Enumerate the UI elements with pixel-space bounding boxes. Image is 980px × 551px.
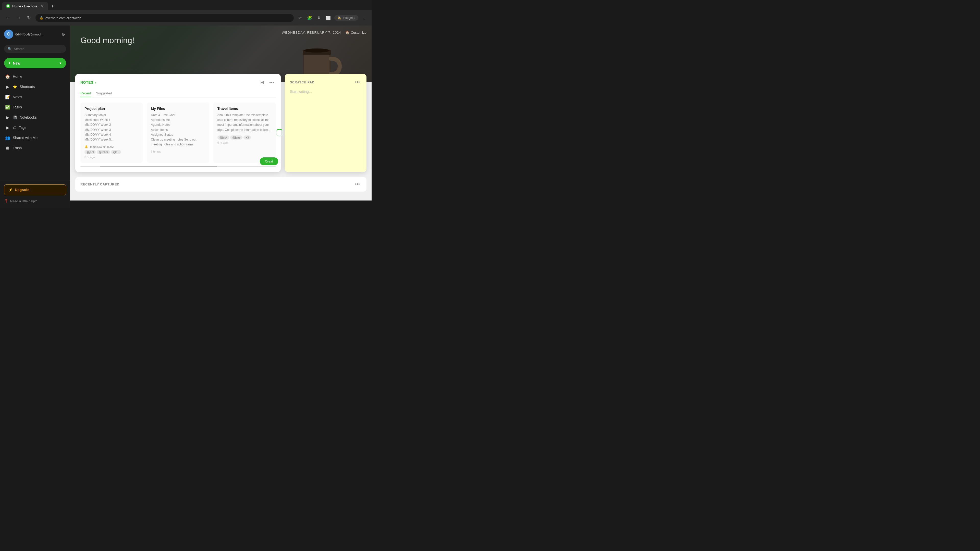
sidebar-item-home[interactable]: 🏠 Home [0,71,70,82]
notes-card-title: NOTES › [80,80,259,84]
sidebar-item-shared-label: Shared with Me [13,136,38,140]
note-preview-travel-items: About this template Use this template as… [218,113,272,132]
scratch-pad-title: SCRATCH PAD [290,81,353,84]
tab-suggested[interactable]: Suggested [96,90,112,97]
sidebar-item-tasks-label: Tasks [13,105,22,109]
hero-banner: Good morning! WEDNESDAY, FEBRUARY 7, 202… [70,25,372,82]
reminder-text: Tomorrow, 9:00 AM [89,145,114,148]
trash-icon: 🗑 [5,145,10,151]
customize-button[interactable]: 🏠 Customize [345,30,366,35]
notes-title-link[interactable]: NOTES › [80,80,96,84]
sidebar-item-shared[interactable]: 👥 Shared with Me [0,133,70,143]
note-time-my-files: 6 hr ago [151,150,205,153]
scratch-pad-more-button[interactable]: ••• [353,79,361,86]
browser-chrome: Home - Evernote ✕ + ← → ↻ 🔒 evernote.com… [0,0,372,25]
tasks-icon: ✅ [5,105,10,110]
incognito-icon: 🕵 [337,16,341,20]
forward-button[interactable]: → [15,14,22,22]
download-button[interactable]: ⬇ [316,14,322,22]
refresh-button[interactable]: ↻ [25,14,32,22]
upgrade-button[interactable]: ⚡ Upgrade [4,184,66,195]
note-card-project-plan[interactable]: Project plan Summary MajorMilestones Wee… [80,103,143,163]
search-label: Search [14,47,24,51]
notes-scrollbar[interactable] [80,166,275,167]
nav-bar: ← → ↻ 🔒 evernote.com/client/web ☆ 🧩 ⬇ ⬜ … [0,10,372,25]
sidebar-item-notes[interactable]: 📝 Notes [0,92,70,102]
search-button[interactable]: 🔍 Search [4,45,66,53]
settings-button[interactable]: ⚙ [60,31,66,38]
notes-tabs: Recent Suggested [80,90,275,97]
sidebar-item-notebooks-label: Notebooks [20,115,37,119]
main-content: Good morning! WEDNESDAY, FEBRUARY 7, 202… [70,25,372,208]
notes-grid: Project plan Summary MajorMilestones Wee… [80,103,275,163]
address-bar[interactable]: 🔒 evernote.com/client/web [35,14,294,22]
create-button[interactable]: Creat [260,157,278,165]
menu-button[interactable]: ⋮ [360,14,368,22]
help-icon: ❓ [4,199,8,203]
note-meta-my-files: 6 hr ago [151,150,205,153]
scratch-pad-placeholder[interactable]: Start writing... [290,89,361,94]
tab-close-button[interactable]: ✕ [41,4,44,8]
bookmark-button[interactable]: ☆ [297,14,304,22]
sidebar-item-notes-label: Notes [13,95,22,99]
note-time-travel-items: 6 hr ago [218,141,272,144]
notes-more-button[interactable]: ••• [268,79,275,86]
note-tag: @jane [230,135,242,140]
tab-bar: Home - Evernote ✕ + [0,0,372,10]
notes-card-header: NOTES › ⊞ ••• [80,79,275,86]
reminder-icon: 🔔 [84,145,88,148]
note-meta-project-plan: 🔔 Tomorrow, 9:00 AM @jael @team @t... 6 … [84,145,138,159]
search-icon: 🔍 [8,47,12,51]
chevron-down-icon: ▼ [59,62,62,65]
note-tags-travel-items: @jack @jane +3 [218,135,272,140]
help-link[interactable]: ❓ Need a little help? [4,198,66,204]
notes-card: NOTES › ⊞ ••• Recent Suggested [75,74,281,172]
hero-content: Good morning! [70,25,372,50]
nav-items: 🏠 Home ▶ ⭐ Shortcuts 📝 Notes ✅ Tasks ▶ 📓… [0,71,70,180]
chevron-right-icon: ▶ [5,84,10,89]
upgrade-icon: ⚡ [8,188,13,192]
tab-favicon [6,4,10,8]
incognito-label: Incognito [343,16,355,20]
new-button[interactable]: + New ▼ [4,58,66,68]
back-button[interactable]: ← [4,14,12,22]
sidebar-bottom: ⚡ Upgrade ❓ Need a little help? [0,180,70,208]
customize-icon: 🏠 [345,30,349,35]
notes-view-button[interactable]: ⊞ [259,79,266,86]
note-preview-my-files: Date & Time GoalAttendees MeAgenda Notes… [151,113,205,147]
recently-captured-more-button[interactable]: ••• [353,181,361,187]
tab-recent[interactable]: Recent [80,90,91,97]
nav-actions: ☆ 🧩 ⬇ ⬜ 🕵 Incognito ⋮ [297,14,368,22]
active-tab[interactable]: Home - Evernote ✕ [2,2,48,10]
split-view-button[interactable]: ⬜ [324,14,332,22]
sidebar-item-notebooks[interactable]: ▶ 📓 Notebooks [0,112,70,122]
note-reminder: 🔔 Tomorrow, 9:00 AM [84,145,138,148]
sidebar-item-shortcuts-label: Shortcuts [20,85,35,89]
tab-title: Home - Evernote [12,4,37,8]
scratch-pad-header: SCRATCH PAD ••• [290,79,361,86]
note-tags-project-plan: @jael @team @t... [84,150,138,154]
chevron-right-icon-2: ▶ [5,115,10,120]
notes-title-text: NOTES [80,80,94,84]
recently-captured-section: RECENTLY CAPTURED ••• [75,177,366,192]
lock-icon: 🔒 [40,16,43,20]
app-container: Q 6d44f5c4@mood... ⚙ 🔍 Search + New ▼ 🏠 … [0,25,372,208]
note-meta-travel-items: @jack @jane +3 6 hr ago [218,135,272,144]
sidebar-item-shortcuts[interactable]: ▶ ⭐ Shortcuts [0,82,70,92]
cards-row: NOTES › ⊞ ••• Recent Suggested [75,74,366,172]
svg-point-0 [7,5,9,7]
sidebar-item-tags[interactable]: ▶ 🏷 Tags [0,122,70,133]
note-title-project-plan: Project plan [84,106,138,111]
customize-label: Customize [351,30,366,35]
notes-card-actions: ⊞ ••• [259,79,275,86]
note-card-travel-items[interactable]: Travel Items About this template Use thi… [213,103,275,163]
chevron-right-icon-3: ▶ [5,125,10,130]
new-tab-button[interactable]: + [49,2,56,10]
note-card-my-files[interactable]: My Files Date & Time GoalAttendees MeAge… [147,103,209,163]
extensions-button[interactable]: 🧩 [305,14,313,22]
sidebar-item-trash[interactable]: 🗑 Trash [0,143,70,153]
sidebar-item-tasks[interactable]: ✅ Tasks [0,102,70,112]
notes-icon: 📝 [5,94,10,100]
incognito-badge: 🕵 Incognito [334,15,358,21]
sidebar: Q 6d44f5c4@mood... ⚙ 🔍 Search + New ▼ 🏠 … [0,25,70,208]
